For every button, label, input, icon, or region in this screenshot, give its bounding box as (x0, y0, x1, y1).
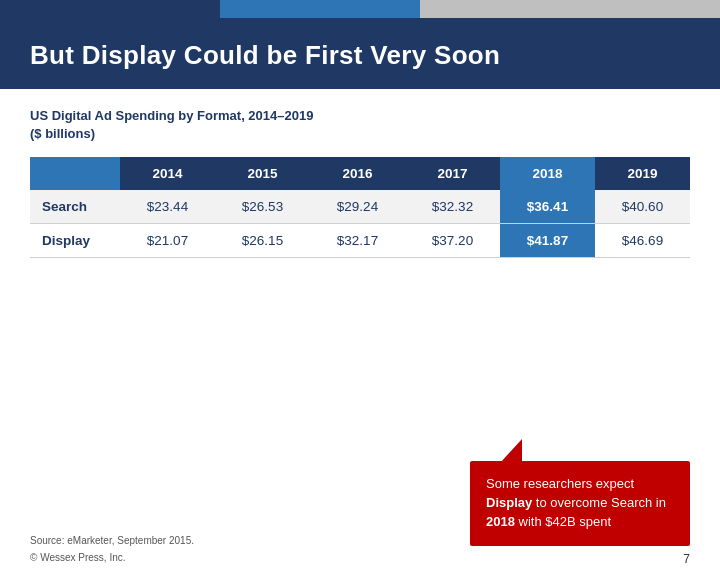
row-display-2017: $37.20 (405, 224, 500, 258)
main-content: US Digital Ad Spending by Format, 2014–2… (0, 89, 720, 268)
callout-bold1: Display (486, 495, 532, 510)
row-display-2016: $32.17 (310, 224, 405, 258)
callout-text-middle: to overcome Search in (532, 495, 666, 510)
subtitle-line1: US Digital Ad Spending by Format, 2014–2… (30, 108, 313, 123)
top-color-bar (0, 0, 720, 18)
row-search-2016: $29.24 (310, 190, 405, 224)
bottom-section: Source: eMarketer, September 2015. Some … (0, 451, 720, 546)
callout-text-before: Some researchers expect (486, 476, 634, 491)
row-display-2015: $26.15 (215, 224, 310, 258)
footer: © Wessex Press, Inc. 7 (0, 552, 720, 566)
row-search-2017: $32.32 (405, 190, 500, 224)
page-title: But Display Could be First Very Soon (30, 40, 690, 71)
row-search-2018: $36.41 (500, 190, 595, 224)
top-bar-segment-dark (0, 0, 220, 18)
callout-bold2: 2018 (486, 514, 515, 529)
table-row: Search $23.44 $26.53 $29.24 $32.32 $36.4… (30, 190, 690, 224)
row-search-label: Search (30, 190, 120, 224)
row-display-2014: $21.07 (120, 224, 215, 258)
top-bar-segment-blue (220, 0, 420, 18)
header-col-2019: 2019 (595, 157, 690, 190)
header-col-2018: 2018 (500, 157, 595, 190)
copyright-text: © Wessex Press, Inc. (30, 552, 126, 566)
header-col-2017: 2017 (405, 157, 500, 190)
header-col-2015: 2015 (215, 157, 310, 190)
header-col-2016: 2016 (310, 157, 405, 190)
title-section: But Display Could be First Very Soon (0, 18, 720, 89)
header-col-label (30, 157, 120, 190)
row-display-2019: $46.69 (595, 224, 690, 258)
row-search-2015: $26.53 (215, 190, 310, 224)
subtitle-line2: ($ billions) (30, 126, 95, 141)
callout-box: Some researchers expect Display to overc… (470, 461, 690, 546)
data-table: 2014 2015 2016 2017 2018 2019 Search $23… (30, 157, 690, 258)
top-bar-segment-gray (420, 0, 720, 18)
page-number: 7 (683, 552, 690, 566)
callout-text-after: with $42B spent (515, 514, 611, 529)
row-display-label: Display (30, 224, 120, 258)
table-header-row: 2014 2015 2016 2017 2018 2019 (30, 157, 690, 190)
row-display-2018: $41.87 (500, 224, 595, 258)
source-text: Source: eMarketer, September 2015. (30, 535, 194, 546)
subtitle: US Digital Ad Spending by Format, 2014–2… (30, 107, 690, 143)
row-search-2014: $23.44 (120, 190, 215, 224)
row-search-2019: $40.60 (595, 190, 690, 224)
header-col-2014: 2014 (120, 157, 215, 190)
table-row: Display $21.07 $26.15 $32.17 $37.20 $41.… (30, 224, 690, 258)
